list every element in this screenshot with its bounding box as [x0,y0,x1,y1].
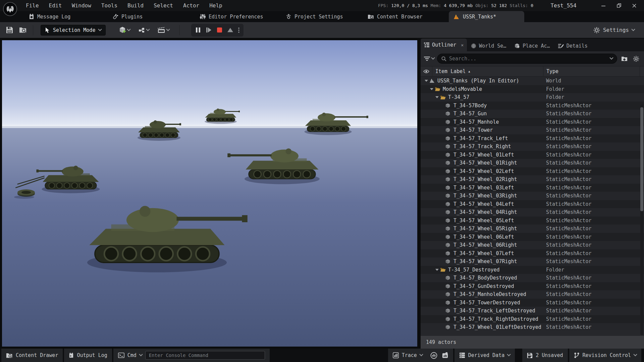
unreal-logo-icon[interactable] [3,2,17,16]
editor-mode-dropdown[interactable]: Selection Mode [41,25,106,36]
tab-place-actors[interactable]: Place Ac… [510,41,554,51]
menu-window[interactable]: Window [67,0,96,11]
outliner-row[interactable]: T_34-57_Wheel_06RightStaticMeshActor [421,241,644,249]
row-type: StaticMeshActor [543,209,640,215]
save-button[interactable] [3,23,16,37]
stop-button[interactable] [214,25,225,36]
outliner-row[interactable]: T_34-57_Wheel_05RightStaticMeshActor [421,225,644,233]
chevron-down-icon[interactable] [139,353,143,356]
settings-dropdown[interactable]: Settings [593,22,635,38]
mesh-icon [445,136,451,141]
outliner-settings-button[interactable] [632,54,641,63]
tab-details[interactable]: Details [554,41,592,51]
add-actor-dropdown[interactable] [116,23,133,37]
caret-down-icon[interactable] [430,88,433,90]
type-column-header[interactable]: Type [543,66,640,76]
mesh-icon [445,226,451,231]
insights-snapshot-icon[interactable] [442,352,448,359]
menu-tools[interactable]: Tools [96,0,122,11]
outliner-row[interactable]: T-34_57Folder [421,93,644,102]
outliner-row[interactable]: T_34-57_GunStaticMeshActor [421,110,644,118]
revision-control-dropdown[interactable]: Revision Control [569,349,642,362]
content-drawer-button[interactable]: Content Drawer [1,349,63,362]
tab-outliner[interactable]: Outliner ✕ [421,39,467,51]
tab-ussr-tanks[interactable]: USSR_Tanks* [449,11,524,22]
outliner-row[interactable]: T_34-57_Wheel_01LeftStaticMeshActor [421,151,644,159]
visibility-column-header[interactable] [421,66,432,76]
eject-button[interactable] [225,25,235,36]
console-command-input[interactable] [145,351,265,360]
caret-down-icon[interactable] [435,96,439,98]
close-button[interactable] [627,0,642,11]
play-options-kebab[interactable] [235,25,242,36]
frame-skip-button[interactable] [203,25,214,36]
tab-content-browser[interactable]: Content Browser [363,11,427,22]
minimize-button[interactable] [596,0,611,11]
menu-edit[interactable]: Edit [44,0,67,11]
search-box[interactable] [437,54,617,64]
filter-dropdown[interactable] [424,56,434,61]
outliner-row[interactable]: T_34-57_Track_LeftStaticMeshActor [421,134,644,143]
pause-button[interactable] [193,25,203,36]
outliner-row[interactable]: T_34-57_Wheel_07RightStaticMeshActor [421,257,644,266]
tab-editor-preferences[interactable]: Editor Preferences [195,11,268,22]
blueprints-dropdown[interactable] [135,23,153,37]
trace-dropdown[interactable]: Trace [388,349,453,362]
row-label: T_34-57_Wheel_04Left [453,201,514,207]
outliner-row[interactable]: T_34-57_Wheel_05LeftStaticMeshActor [421,217,644,225]
unsaved-button[interactable]: 2 Unsaved [522,349,568,362]
outliner-row[interactable]: T_34-57_Wheel_02LeftStaticMeshActor [421,167,644,176]
cmd-label[interactable]: Cmd [127,352,137,358]
menu-help[interactable]: Help [204,0,227,11]
caret-down-icon[interactable] [435,269,439,271]
scrollbar-thumb[interactable] [640,107,643,211]
outliner-row[interactable]: T_34-57_ManholeStaticMeshActor [421,118,644,126]
item-label-column-header[interactable]: Item Label ▲ [432,66,543,76]
new-folder-button[interactable] [620,55,629,63]
outliner-row[interactable]: T_34-57_Wheel_03RightStaticMeshActor [421,192,644,200]
outliner-row[interactable]: T_34-57_Track_LeftDestroyedStaticMeshAct… [421,307,644,315]
mesh-icon [445,111,451,116]
tab-project-settings[interactable]: Project Settings [281,11,348,22]
sort-ascending-icon: ▲ [468,70,470,73]
outliner-row[interactable]: T_34-57_TowerDestroyedStaticMeshActor [421,299,644,307]
menu-file[interactable]: File [21,0,44,11]
outliner-scrollbar[interactable] [640,105,643,335]
tab-world-settings[interactable]: World Se… [467,41,510,51]
cinematics-dropdown[interactable] [155,23,172,37]
browse-content-button[interactable] [16,23,30,37]
outliner-row[interactable]: T_34-57_Wheel_06LeftStaticMeshActor [421,233,644,241]
unreal-editor-window: File Edit Window Tools Build Select Acto… [0,0,644,362]
outliner-row[interactable]: T_34-57_Wheel_07LeftStaticMeshActor [421,249,644,258]
outliner-row[interactable]: USSR_Tanks (Play In Editor)World [421,77,644,85]
outliner-row[interactable]: T_34-57_Wheel_04LeftStaticMeshActor [421,200,644,208]
outliner-row[interactable]: T_34-57_Wheel_02RightStaticMeshActor [421,175,644,184]
tab-plugins[interactable]: Plugins [108,11,147,22]
menu-build[interactable]: Build [122,0,149,11]
outliner-row[interactable]: T_34-57_Wheel_01LeftDestroyedStaticMeshA… [421,323,644,330]
outliner-row[interactable]: T_34-57_BodyDestroyedStaticMeshActor [421,274,644,282]
output-log-button[interactable]: Output Log [64,349,112,362]
tab-message-log[interactable]: Message Log [24,11,75,22]
outliner-row[interactable]: T_34-57_Wheel_01RightStaticMeshActor [421,159,644,167]
insights-session-icon[interactable] [430,352,437,359]
search-input[interactable] [449,56,607,62]
level-viewport[interactable] [2,40,417,347]
outliner-row[interactable]: ModelsMovableFolder [421,85,644,94]
outliner-row[interactable]: T_34-57_TowerStaticMeshActor [421,126,644,134]
menu-actor[interactable]: Actor [178,0,204,11]
outliner-row[interactable]: T_34-57_Track_RightStaticMeshActor [421,142,644,151]
outliner-row[interactable]: T_34-57_Wheel_04RightStaticMeshActor [421,208,644,217]
outliner-row[interactable]: T_34-57_Wheel_03LeftStaticMeshActor [421,184,644,192]
outliner-row[interactable]: T-34_57_DestroyedFolder [421,266,644,274]
toolbar-separator [179,25,180,35]
close-icon[interactable]: ✕ [461,43,464,48]
restore-button[interactable] [611,0,627,11]
derived-data-dropdown[interactable]: Derived Data [454,349,515,362]
outliner-row[interactable]: T_34-57_Track_RightDestroyedStaticMeshAc… [421,315,644,323]
outliner-row[interactable]: T_34-57_GunDestroyedStaticMeshActor [421,282,644,291]
menu-select[interactable]: Select [149,0,178,11]
caret-down-icon[interactable] [425,80,428,82]
outliner-row[interactable]: T_34-57_ManholeDestroyedStaticMeshActor [421,290,644,299]
outliner-row[interactable]: T_34-57BodyStaticMeshActor [421,102,644,110]
